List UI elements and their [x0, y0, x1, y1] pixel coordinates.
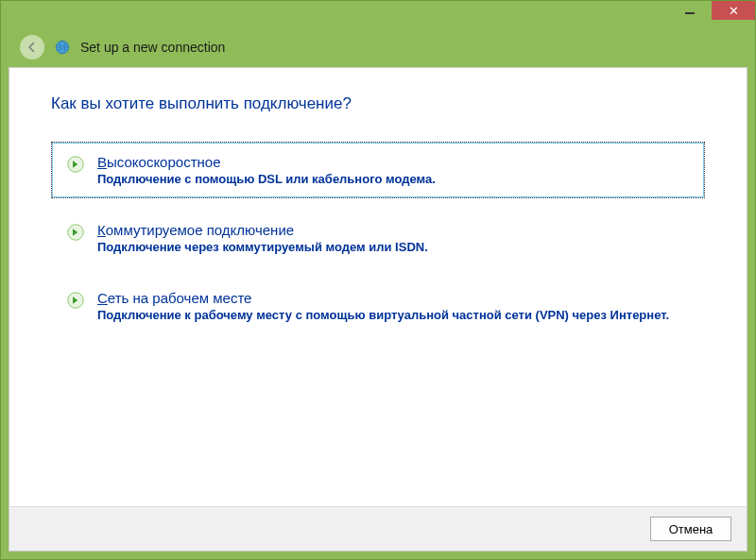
wizard-title: Set up a new connection [80, 40, 225, 55]
option-broadband[interactable]: Высокоскоростное Подключение с помощью D… [51, 142, 705, 198]
window-controls: ✕ [668, 1, 755, 27]
wizard-window: ✕ Set up a new connection Как вы хотите … [0, 0, 756, 560]
content-inner: Как вы хотите выполнить подключение? Выс… [9, 68, 747, 506]
connection-options: Высокоскоростное Подключение с помощью D… [51, 142, 705, 334]
option-dialup[interactable]: Коммутируемое подключение Подключение че… [51, 210, 705, 266]
minimize-icon [685, 12, 695, 14]
back-arrow-icon [26, 41, 39, 54]
option-title: Коммутируемое подключение [97, 222, 689, 238]
back-button[interactable] [20, 35, 44, 59]
minimize-button[interactable] [668, 1, 712, 20]
option-text: Высокоскоростное Подключение с помощью D… [97, 154, 689, 186]
close-button[interactable]: ✕ [712, 1, 755, 20]
option-text: Сеть на рабочем месте Подключение к рабо… [97, 290, 689, 322]
page-heading: Как вы хотите выполнить подключение? [51, 94, 705, 113]
header-row: Set up a new connection [1, 27, 755, 67]
option-desc: Подключение через коммутируемый модем ил… [97, 240, 689, 254]
option-desc: Подключение к рабочему месту с помощью в… [97, 308, 689, 322]
arrow-right-icon [67, 156, 84, 173]
option-title: Сеть на рабочем месте [97, 290, 689, 306]
arrow-right-icon [67, 292, 84, 309]
close-icon: ✕ [729, 5, 739, 17]
globe-icon [54, 39, 71, 56]
option-workplace[interactable]: Сеть на рабочем месте Подключение к рабо… [51, 278, 705, 334]
option-text: Коммутируемое подключение Подключение че… [97, 222, 689, 254]
option-title: Высокоскоростное [97, 154, 689, 170]
footer: Отмена [9, 506, 747, 551]
content-panel: Как вы хотите выполнить подключение? Выс… [9, 67, 747, 552]
titlebar: ✕ [1, 1, 755, 27]
content-wrap: Как вы хотите выполнить подключение? Выс… [1, 67, 755, 559]
option-desc: Подключение с помощью DSL или кабельного… [97, 172, 689, 186]
arrow-right-icon [67, 224, 84, 241]
cancel-button[interactable]: Отмена [650, 517, 731, 541]
